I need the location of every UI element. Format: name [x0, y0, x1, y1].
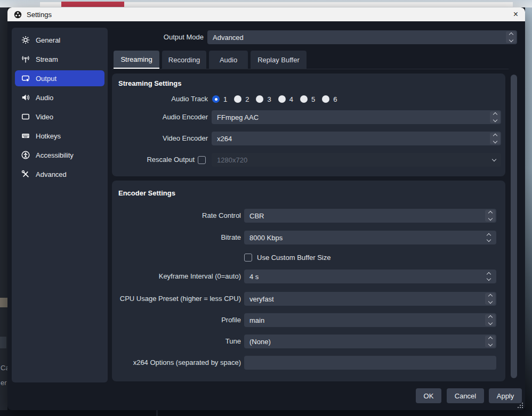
chevron-down-icon: [488, 342, 492, 346]
keyframe-interval-value: 4 s: [249, 273, 259, 281]
tab-label: Audio: [220, 56, 237, 64]
sidebar-item-output[interactable]: Output: [15, 70, 104, 86]
tab-audio[interactable]: Audio: [209, 51, 248, 69]
rate-control-select[interactable]: CBR: [244, 209, 496, 223]
tune-label: Tune: [112, 337, 241, 346]
rescale-output-label: Rescale Output: [112, 155, 195, 165]
output-mode-value: Advanced: [213, 34, 244, 42]
chevron-down-icon: [488, 299, 492, 304]
chevron-up-icon: [488, 294, 492, 298]
tab-recording[interactable]: Recording: [162, 51, 206, 69]
bitrate-spinbox[interactable]: 8000 Kbps: [244, 231, 496, 244]
resize-grip[interactable]: [518, 403, 523, 409]
audio-encoder-select[interactable]: FFmpeg AAC: [212, 110, 501, 124]
sidebar-item-label: Advanced: [36, 170, 67, 178]
profile-label: Profile: [112, 315, 241, 325]
audio-track-radio-3[interactable]: [256, 95, 263, 103]
rate-control-value: CBR: [249, 212, 264, 220]
sidebar-item-general[interactable]: General: [15, 32, 104, 48]
video-encoder-label: Video Encoder: [112, 134, 208, 143]
sidebar-item-audio[interactable]: Audio: [15, 89, 104, 105]
output-mode-label: Output Mode: [134, 32, 204, 42]
rescale-output-checkbox[interactable]: [198, 156, 206, 164]
stream-icon: [21, 55, 30, 63]
output-icon: [21, 74, 30, 83]
apply-button[interactable]: Apply: [489, 388, 522, 403]
chevron-down-icon: [509, 38, 513, 42]
output-mode-select[interactable]: Advanced: [207, 30, 517, 44]
audio-icon: [21, 93, 30, 102]
sidebar-item-label: Output: [36, 75, 57, 83]
sidebar-item-stream[interactable]: Stream: [15, 51, 104, 67]
settings-dialog: Settings × General Stream Output Au: [7, 7, 525, 410]
video-encoder-select[interactable]: x264: [212, 132, 501, 145]
radio-label: 4: [289, 95, 293, 103]
radio-label: 3: [267, 95, 271, 103]
cpu-usage-preset-select[interactable]: veryfast: [244, 292, 496, 306]
sidebar-item-label: General: [36, 36, 60, 44]
sidebar-item-label: Accessibility: [36, 151, 74, 159]
video-icon: [21, 112, 30, 121]
sidebar-item-hotkeys[interactable]: Hotkeys: [15, 128, 104, 144]
keyframe-interval-label: Keyframe Interval (0=auto): [112, 272, 241, 281]
background-divider: [156, 410, 158, 416]
radio-label: 5: [311, 95, 315, 103]
advanced-icon: [21, 170, 30, 178]
chevron-down-icon: [488, 216, 492, 221]
tab-streaming[interactable]: Streaming: [114, 51, 159, 69]
radio-label: 6: [333, 95, 337, 103]
audio-track-radio-2[interactable]: [234, 95, 241, 103]
background-left-strip: [0, 7, 7, 410]
audio-track-radio-4[interactable]: [278, 95, 286, 103]
audio-track-radio-5[interactable]: [300, 95, 308, 103]
bitrate-value: 8000 Kbps: [249, 234, 283, 242]
audio-track-radio-6[interactable]: [322, 95, 329, 103]
cancel-button[interactable]: Cancel: [447, 388, 484, 403]
audio-track-radio-1[interactable]: [212, 95, 220, 103]
dropdown-spinner: [485, 336, 495, 347]
cpu-usage-preset-label: CPU Usage Preset (higher = less CPU): [112, 294, 241, 304]
tab-replay-buffer[interactable]: Replay Buffer: [251, 51, 307, 69]
tab-label: Streaming: [120, 55, 152, 63]
sidebar-item-label: Video: [36, 113, 53, 121]
tab-label: Recording: [168, 56, 200, 64]
sidebar-item-label: Stream: [36, 55, 58, 63]
bitrate-label: Bitrate: [112, 233, 241, 242]
cpu-usage-preset-value: veryfast: [249, 295, 274, 303]
x264-options-input[interactable]: [244, 356, 496, 370]
ok-button[interactable]: OK: [416, 388, 441, 403]
rescale-resolution-select: 1280x720: [212, 153, 501, 167]
obs-logo-icon: [14, 11, 22, 19]
use-custom-buffer-size-checkbox[interactable]: [244, 254, 252, 262]
sidebar-item-advanced[interactable]: Advanced: [15, 166, 104, 182]
dropdown-spinner: [490, 111, 500, 123]
audio-track-radios: 1 2 3 4 5 6: [212, 94, 344, 104]
chevron-up-icon: [488, 211, 492, 215]
spin-down-icon[interactable]: [487, 238, 491, 242]
window-title: Settings: [27, 11, 52, 19]
rate-control-label: Rate Control: [112, 211, 241, 221]
tab-label: Replay Buffer: [257, 56, 300, 64]
tune-select[interactable]: (None): [244, 335, 496, 348]
close-button[interactable]: ×: [513, 7, 518, 21]
chevron-down-icon: [493, 118, 497, 122]
chevron-down-icon: [488, 321, 492, 325]
radio-label: 1: [223, 95, 227, 103]
chevron-up-icon: [488, 337, 492, 341]
titlebar[interactable]: Settings ×: [7, 7, 525, 21]
background-text-fragment: Ca: [1, 364, 7, 372]
sidebar-item-label: Audio: [36, 94, 53, 102]
audio-track-label: Audio Track: [112, 94, 208, 104]
chevron-down-icon: [492, 157, 496, 161]
sidebar-item-accessibility[interactable]: Accessibility: [15, 147, 104, 163]
profile-select[interactable]: main: [244, 313, 496, 327]
spin-down-icon[interactable]: [487, 276, 491, 281]
sidebar-item-video[interactable]: Video: [15, 109, 104, 125]
accessibility-icon: [21, 151, 30, 159]
video-encoder-value: x264: [217, 135, 232, 143]
dropdown-spinner: [485, 314, 495, 326]
vertical-scrollbar[interactable]: [511, 75, 517, 378]
chevron-up-icon: [493, 112, 497, 117]
keyframe-interval-spinbox[interactable]: 4 s: [244, 270, 496, 283]
dropdown-spinner: [506, 31, 516, 43]
